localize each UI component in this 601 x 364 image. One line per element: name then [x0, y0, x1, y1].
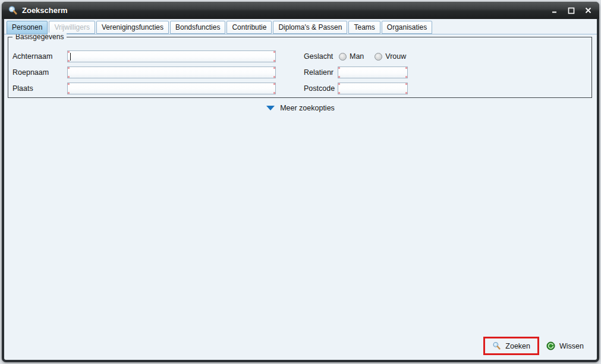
radio-man-label: Man	[350, 52, 364, 61]
radio-circle-vrouw[interactable]	[375, 53, 382, 61]
search-icon	[8, 5, 18, 15]
window-controls	[550, 7, 592, 15]
zoeken-label: Zoeken	[505, 342, 530, 350]
search-icon	[492, 341, 501, 350]
minimize-button[interactable]	[550, 7, 559, 15]
meer-zoekopties-link[interactable]: Meer zoekopties	[4, 104, 597, 112]
input-roepnaam[interactable]	[67, 67, 276, 78]
input-postcode[interactable]	[338, 83, 408, 94]
input-plaats[interactable]	[67, 83, 276, 94]
groupbox-basisgegevens: Basisgegevens Achternaam Geslacht Man Vr…	[8, 37, 592, 98]
zoeken-annotation-highlight: Zoeken	[483, 337, 539, 355]
maximize-button[interactable]	[567, 7, 575, 15]
titlebar[interactable]: Zoekscherm	[2, 2, 599, 19]
radio-man[interactable]: Man	[339, 52, 364, 61]
triangle-down-icon	[266, 106, 275, 110]
tab-verenigingsfuncties[interactable]: Verenigingsfuncties	[96, 21, 169, 34]
meer-zoekopties-label: Meer zoekopties	[280, 104, 335, 112]
radio-vrouw[interactable]: Vrouw	[375, 52, 406, 61]
refresh-icon	[546, 341, 555, 350]
input-achternaam[interactable]	[67, 50, 276, 62]
label-plaats: Plaats	[12, 83, 66, 94]
geslacht-radio-group: Man Vrouw	[339, 50, 406, 62]
close-button[interactable]	[584, 7, 592, 15]
footer-buttons: Zoeken Wissen	[483, 337, 586, 355]
radio-circle-man[interactable]	[339, 53, 347, 61]
label-achternaam: Achternaam	[12, 50, 66, 62]
input-relatienr[interactable]	[338, 67, 408, 78]
window-content: Personen Vrijwilligers Verenigingsfuncti…	[4, 19, 597, 360]
tab-organisaties[interactable]: Organisaties	[382, 21, 432, 34]
tab-vrijwilligers[interactable]: Vrijwilligers	[49, 21, 95, 34]
tab-bondsfuncties[interactable]: Bondsfuncties	[170, 21, 225, 34]
tab-personen[interactable]: Personen	[7, 21, 48, 34]
tab-teams[interactable]: Teams	[348, 21, 380, 34]
zoekscherm-window: Zoekscherm Personen Vrijwilligers Vereni…	[2, 2, 599, 362]
tab-contributie[interactable]: Contributie	[226, 21, 272, 34]
tab-diplomas-passen[interactable]: Diploma's & Passen	[273, 21, 347, 34]
wissen-button[interactable]: Wissen	[544, 340, 586, 352]
label-geslacht: Geslacht	[304, 50, 337, 62]
zoeken-button[interactable]: Zoeken	[490, 340, 533, 352]
label-relatienr: Relatienr	[304, 67, 337, 78]
label-roepnaam: Roepnaam	[12, 67, 66, 78]
wissen-label: Wissen	[559, 342, 584, 350]
radio-vrouw-label: Vrouw	[385, 52, 406, 61]
tabstrip: Personen Vrijwilligers Verenigingsfuncti…	[4, 19, 597, 34]
label-postcode: Postcode	[304, 83, 337, 94]
window-title: Zoekscherm	[22, 6, 550, 15]
